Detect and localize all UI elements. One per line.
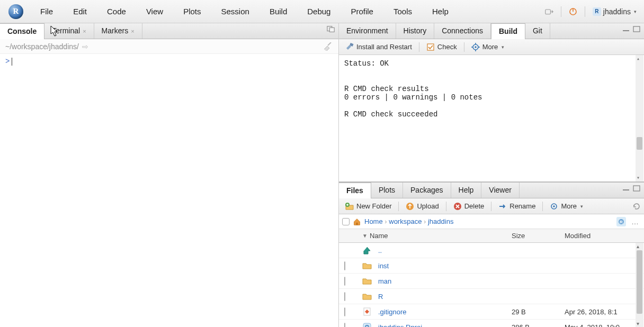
file-checkbox[interactable] <box>344 323 345 328</box>
sort-icon: ▼ <box>362 233 368 239</box>
refresh-icon[interactable] <box>632 202 641 211</box>
rename-button[interactable]: Rename <box>495 201 539 212</box>
file-row[interactable]: man <box>339 274 644 289</box>
menu-profile[interactable]: Profile <box>345 4 379 19</box>
menu-session[interactable]: Session <box>216 4 255 19</box>
menu-items: FileEditCodeViewPlotsSessionBuildDebugPr… <box>35 4 454 19</box>
tab-plots[interactable]: Plots <box>371 183 403 198</box>
col-size-header[interactable]: Size <box>512 232 565 240</box>
file-checkbox[interactable] <box>344 307 345 316</box>
hammer-icon <box>345 43 354 51</box>
breadcrumb-jhaddins[interactable]: jhaddins <box>428 217 453 225</box>
gear-icon <box>550 202 558 211</box>
file-checkbox[interactable] <box>344 292 345 301</box>
file-row[interactable]: Rjhaddins.Rproj386 BMay 4, 2018, 10:0 <box>339 320 644 327</box>
file-list[interactable]: ..instmanR.gitignore29 BApr 26, 2018, 8:… <box>339 243 644 327</box>
build-output-text: Status: OK R CMD check results 0 errors … <box>344 59 639 119</box>
svg-rect-23 <box>356 222 358 224</box>
popout-icon[interactable] <box>327 25 335 33</box>
upload-label: Upload <box>417 202 439 210</box>
files-more-button[interactable]: More ▾ <box>547 201 586 212</box>
file-checkbox[interactable] <box>344 277 345 286</box>
tab-environment[interactable]: Environment <box>339 23 396 39</box>
menu-help[interactable]: Help <box>427 4 454 19</box>
select-all-checkbox[interactable] <box>342 218 350 225</box>
file-modified: Apr 26, 2018, 8:1 <box>565 308 644 316</box>
install-restart-button[interactable]: Install and Restart <box>342 42 415 52</box>
console-tabbar: ConsoleTerminal×Markers× <box>0 23 338 39</box>
file-name[interactable]: R <box>378 293 383 301</box>
close-icon[interactable]: × <box>83 28 86 34</box>
breadcrumb: Home › workspace › jhaddins R … <box>339 214 644 229</box>
more-label: More <box>561 202 577 210</box>
new-folder-button[interactable]: New Folder <box>342 201 395 212</box>
tab-git[interactable]: Git <box>525 23 550 39</box>
install-label: Install and Restart <box>356 43 412 51</box>
check-button[interactable]: Check <box>423 42 460 52</box>
maximize-icon[interactable] <box>632 25 641 33</box>
user-menu[interactable]: R jhaddins ▾ <box>593 7 637 16</box>
delete-icon <box>453 202 462 211</box>
minimize-icon[interactable] <box>622 185 630 192</box>
close-icon[interactable]: × <box>131 28 134 34</box>
breadcrumb-home[interactable]: Home <box>364 217 383 225</box>
file-row[interactable]: inst <box>339 258 644 274</box>
tab-connections[interactable]: Connections <box>434 23 491 39</box>
tab-build[interactable]: Build <box>491 23 525 39</box>
minimize-icon[interactable] <box>622 25 630 33</box>
upload-button[interactable]: Upload <box>402 201 442 212</box>
rproj-icon[interactable]: R <box>616 217 626 226</box>
top-menubar: R FileEditCodeViewPlotsSessionBuildDebug… <box>0 0 644 23</box>
file-name[interactable]: inst <box>378 262 389 270</box>
folder-icon <box>362 261 372 270</box>
path-chevron-icon[interactable]: ⇨ <box>82 42 88 51</box>
menu-code[interactable]: Code <box>102 4 131 19</box>
menu-tools[interactable]: Tools <box>388 4 417 19</box>
more-label: More <box>482 43 498 51</box>
build-more-button[interactable]: More ▾ <box>468 42 508 52</box>
console-body[interactable]: > <box>0 54 338 327</box>
col-modified-header[interactable]: Modified <box>565 232 644 240</box>
maximize-icon[interactable] <box>632 185 641 192</box>
tab-markers[interactable]: Markers× <box>94 23 142 39</box>
console-prompt: > <box>5 57 10 66</box>
rename-label: Rename <box>509 202 535 210</box>
tab-history[interactable]: History <box>396 23 435 39</box>
build-output[interactable]: Status: OK R CMD check results 0 errors … <box>339 55 644 181</box>
path-more-icon[interactable]: … <box>629 217 641 226</box>
breadcrumb-workspace[interactable]: workspace <box>389 217 422 225</box>
tab-terminal[interactable]: Terminal× <box>44 23 94 39</box>
svg-rect-0 <box>545 10 551 14</box>
tab-console[interactable]: Console <box>0 23 44 39</box>
menu-view[interactable]: View <box>141 4 168 19</box>
scrollbar[interactable] <box>636 55 643 181</box>
file-name[interactable]: .. <box>378 247 382 255</box>
file-name[interactable]: jhaddins.Rproj <box>378 323 422 328</box>
menu-file[interactable]: File <box>35 4 58 19</box>
scrollbar[interactable] <box>636 243 643 327</box>
clear-console-icon[interactable] <box>323 42 333 51</box>
menu-build[interactable]: Build <box>264 4 292 19</box>
file-checkbox[interactable] <box>344 261 345 270</box>
delete-button[interactable]: Delete <box>450 201 488 212</box>
menu-plots[interactable]: Plots <box>178 4 206 19</box>
col-name-header[interactable]: ▼Name <box>360 232 512 240</box>
file-row[interactable]: .. <box>339 243 644 258</box>
tab-help[interactable]: Help <box>451 183 482 198</box>
file-name[interactable]: .gitignore <box>378 308 406 316</box>
file-name[interactable]: man <box>378 277 391 285</box>
svg-line-5 <box>328 42 331 46</box>
console-path-text: ~/workspace/jhaddins/ <box>5 42 79 51</box>
menu-debug[interactable]: Debug <box>302 4 336 19</box>
menu-edit[interactable]: Edit <box>68 4 92 19</box>
tab-files[interactable]: Files <box>339 183 371 198</box>
file-row[interactable]: .gitignore29 BApr 26, 2018, 8:1 <box>339 304 644 320</box>
tab-packages[interactable]: Packages <box>403 183 451 198</box>
file-size: 29 B <box>512 308 565 316</box>
file-row[interactable]: R <box>339 289 644 304</box>
tab-viewer[interactable]: Viewer <box>481 183 520 198</box>
export-project-icon[interactable] <box>545 7 553 16</box>
svg-rect-17 <box>633 186 640 191</box>
home-icon[interactable] <box>353 217 361 226</box>
power-icon[interactable] <box>569 7 577 16</box>
